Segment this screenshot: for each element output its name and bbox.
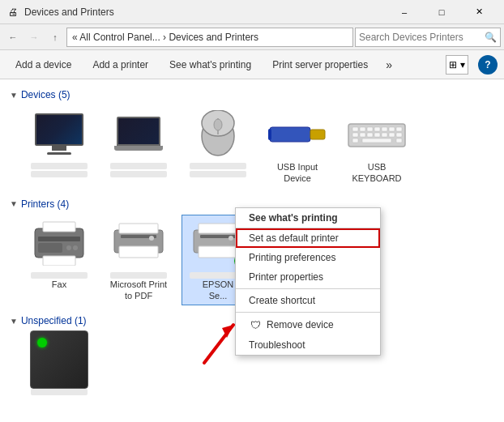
unspecified-chevron-icon: ▼ (10, 317, 18, 326)
unspecified-section-label: Unspecified (1) (21, 315, 87, 326)
svg-rect-19 (382, 133, 387, 137)
device-label: Microsoft Print to PDF (110, 279, 167, 302)
printers-section-label: Printers (4) (21, 198, 69, 210)
printing-prefs-label: Printing preferences (249, 252, 335, 263)
list-item[interactable] (23, 105, 96, 189)
view-button[interactable]: ⊞ ▾ (446, 55, 468, 75)
devices-section-header[interactable]: ▼ Devices (5) (10, 89, 494, 100)
close-button[interactable]: ✕ (460, 0, 498, 24)
device-label: USB KEYBOARD (344, 161, 409, 185)
pdf-printer-icon (109, 219, 168, 267)
svg-rect-20 (389, 133, 395, 137)
device-label: Fax (52, 279, 66, 290)
svg-rect-31 (43, 256, 75, 266)
breadcrumb[interactable]: « All Control Panel... › Devices and Pri… (66, 28, 353, 47)
minimize-button[interactable]: – (386, 0, 423, 24)
svg-rect-6 (268, 129, 271, 140)
title-bar-icon: 🖨 (6, 6, 19, 19)
troubleshoot-menu-item[interactable]: Troubleshoot (236, 335, 380, 355)
device-label: EPSONSe... (203, 279, 234, 302)
device-sublabel2 (190, 171, 246, 177)
list-item[interactable]: Microsoft Print to PDF (102, 215, 175, 306)
svg-rect-33 (119, 224, 158, 233)
device-sublabel2 (110, 171, 167, 177)
list-item[interactable] (102, 105, 175, 189)
svg-point-41 (229, 236, 233, 241)
printer-props-menu-item[interactable]: Printer properties (236, 267, 380, 287)
toolbar: Add a device Add a printer See what's pr… (0, 50, 504, 79)
create-shortcut-menu-item[interactable]: Create shortcut (236, 291, 380, 310)
list-item[interactable]: USB KEYBOARD (340, 105, 413, 189)
device-sublabel2 (31, 171, 88, 177)
keyboard-icon (348, 109, 406, 158)
maximize-button[interactable]: □ (423, 0, 460, 24)
svg-point-29 (66, 245, 71, 250)
svg-rect-27 (38, 237, 80, 241)
unspecified-device-icon (30, 335, 88, 384)
usb-icon (268, 109, 327, 158)
svg-rect-28 (38, 243, 62, 253)
context-menu-separator (236, 288, 380, 289)
main-content: ▼ Devices (5) (0, 79, 504, 422)
svg-rect-17 (367, 133, 373, 137)
svg-rect-34 (119, 246, 158, 258)
print-server-button[interactable]: Print server properties (263, 53, 377, 76)
led-icon (37, 338, 47, 347)
devices-section-label: Devices (5) (21, 89, 70, 100)
svg-rect-9 (360, 127, 365, 131)
devices-grid: USB Input Device (10, 105, 494, 189)
see-whats-printing-button[interactable]: See what's printing (160, 53, 260, 76)
svg-rect-4 (270, 127, 310, 142)
shield-icon: 🛡 (249, 318, 262, 331)
context-menu: See what's printing Set as default print… (235, 207, 381, 356)
monitor-icon (30, 109, 88, 158)
svg-rect-22 (352, 139, 358, 143)
svg-point-3 (214, 119, 222, 130)
search-icon: 🔍 (485, 32, 497, 43)
device-sublabel (31, 163, 88, 169)
title-bar-text: Devices and Printers (24, 6, 386, 18)
add-printer-button[interactable]: Add a printer (83, 53, 157, 76)
device-sublabel (190, 163, 246, 169)
search-input[interactable] (359, 32, 485, 43)
svg-rect-38 (199, 224, 237, 233)
context-menu-separator2 (236, 312, 380, 313)
svg-rect-8 (352, 127, 358, 131)
create-shortcut-label: Create shortcut (249, 295, 315, 306)
search-box[interactable]: 🔍 (355, 28, 501, 47)
more-button[interactable]: » (380, 53, 398, 76)
list-item[interactable]: USB Input Device (261, 105, 334, 189)
help-button[interactable]: ? (478, 55, 498, 75)
svg-rect-39 (199, 246, 237, 258)
add-device-button[interactable]: Add a device (6, 53, 80, 76)
remove-device-menu-item[interactable]: 🛡 Remove device (236, 314, 380, 335)
svg-rect-15 (352, 133, 358, 137)
up-button[interactable]: ↑ (45, 28, 65, 47)
svg-rect-14 (396, 127, 402, 131)
set-default-menu-item[interactable]: Set as default printer (236, 228, 380, 248)
pdf-sublabel (110, 272, 167, 279)
remove-device-label: Remove device (267, 319, 334, 330)
back-button[interactable]: ← (3, 28, 23, 47)
address-bar: ← → ↑ « All Control Panel... › Devices a… (0, 24, 504, 50)
svg-rect-26 (43, 222, 75, 232)
forward-button[interactable]: → (24, 28, 44, 47)
svg-point-36 (149, 236, 154, 241)
printing-prefs-menu-item[interactable]: Printing preferences (236, 248, 380, 267)
svg-rect-13 (389, 127, 395, 131)
mouse-icon (189, 109, 247, 158)
list-item[interactable] (23, 331, 96, 399)
fax-sublabel (31, 272, 88, 279)
fax-icon (30, 219, 88, 267)
svg-rect-12 (382, 127, 387, 131)
svg-rect-21 (396, 133, 402, 137)
list-item[interactable] (182, 105, 254, 189)
svg-rect-16 (360, 133, 365, 137)
device-sublabel (110, 163, 167, 169)
troubleshoot-label: Troubleshoot (249, 339, 305, 351)
list-item[interactable]: Fax (23, 215, 96, 306)
svg-rect-24 (396, 139, 402, 143)
svg-rect-18 (374, 133, 380, 137)
set-default-label: Set as default printer (249, 232, 339, 244)
unspecified-sublabel (31, 389, 88, 395)
